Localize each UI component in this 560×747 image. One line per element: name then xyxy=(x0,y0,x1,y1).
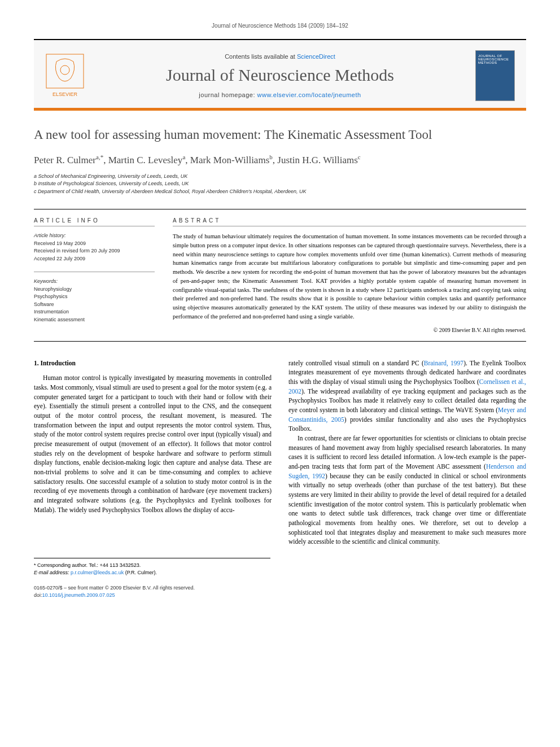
article-title: A new tool for assessing human movement:… xyxy=(34,128,526,142)
author: Justin H.G. Williamsc xyxy=(277,155,360,165)
affiliation: a School of Mechanical Engineering, Univ… xyxy=(34,173,526,181)
history-item: Received in revised form 20 July 2009 xyxy=(34,247,155,255)
affiliation: c Department of Child Health, University… xyxy=(34,188,526,196)
article-info-heading: ARTICLE INFO xyxy=(34,217,155,226)
body-paragraph: In contrast, there are far fewer opportu… xyxy=(288,434,526,547)
keyword: Kinematic assessment xyxy=(34,316,155,324)
svg-rect-0 xyxy=(46,54,84,88)
homepage-link[interactable]: www.elsevier.com/locate/jneumeth xyxy=(257,91,361,98)
journal-title: Journal of Neuroscience Methods xyxy=(96,65,464,85)
affiliation: b Institute of Psychological Sciences, U… xyxy=(34,180,526,188)
abstract-copyright: © 2009 Elsevier B.V. All rights reserved… xyxy=(173,327,526,333)
history-label: Article history: xyxy=(34,232,155,240)
elsevier-logo-icon: ELSEVIER xyxy=(45,53,85,98)
body-paragraph: rately controlled visual stimuli on a st… xyxy=(288,359,526,434)
body-column-left: 1. Introduction Human motor control is t… xyxy=(34,359,272,547)
history-item: Accepted 22 July 2009 xyxy=(34,255,155,263)
body-column-right: rately controlled visual stimuli on a st… xyxy=(288,359,526,547)
article-body: 1. Introduction Human motor control is t… xyxy=(34,359,526,547)
author: Martin C. Levesleya xyxy=(108,155,186,165)
author-list: Peter R. Culmera,*, Martin C. Levesleya,… xyxy=(34,154,526,166)
citation-link[interactable]: Brainard, 1997 xyxy=(424,360,463,366)
email-link[interactable]: p.r.culmer@leeds.ac.uk xyxy=(71,570,124,575)
footnotes: * Corresponding author. Tel.: +44 113 34… xyxy=(34,558,270,576)
article-info: ARTICLE INFO Article history: Received 1… xyxy=(34,209,164,341)
history-item: Received 19 May 2009 xyxy=(34,240,155,248)
abstract: ABSTRACT The study of human behaviour ul… xyxy=(164,209,526,341)
contents-available: Contents lists available at ScienceDirec… xyxy=(96,53,464,60)
body-paragraph: Human motor control is typically investi… xyxy=(34,373,272,514)
keyword: Neurophysiology xyxy=(34,286,155,294)
abstract-text: The study of human behaviour ultimately … xyxy=(173,232,526,321)
doi-link[interactable]: 10.1016/j.jneumeth.2009.07.025 xyxy=(42,592,115,598)
keyword: Instrumentation xyxy=(34,308,155,316)
keyword: Psychophysics xyxy=(34,293,155,301)
corresponding-author: * Corresponding author. Tel.: +44 113 34… xyxy=(34,562,270,569)
author: Peter R. Culmera,* xyxy=(34,155,103,165)
svg-text:ELSEVIER: ELSEVIER xyxy=(53,91,78,97)
sciencedirect-link[interactable]: ScienceDirect xyxy=(297,53,335,60)
running-header: Journal of Neuroscience Methods 184 (200… xyxy=(34,23,526,29)
author: Mark Mon-Williamsb xyxy=(190,155,273,165)
keywords-label: Keywords: xyxy=(34,278,155,286)
svg-point-1 xyxy=(60,65,69,75)
journal-cover-thumbnail: JOURNAL OF NEUROSCIENCE METHODS xyxy=(475,50,515,101)
affiliations: a School of Mechanical Engineering, Univ… xyxy=(34,173,526,196)
doi-line: doi:10.1016/j.jneumeth.2009.07.025 xyxy=(34,592,526,599)
keyword: Software xyxy=(34,301,155,309)
journal-header: ELSEVIER Contents lists available at Sci… xyxy=(34,39,526,111)
journal-homepage: journal homepage: www.elsevier.com/locat… xyxy=(96,91,464,98)
footer-meta: 0165-0270/$ – see front matter © 2009 El… xyxy=(34,584,526,599)
abstract-heading: ABSTRACT xyxy=(173,217,526,226)
front-matter-line: 0165-0270/$ – see front matter © 2009 El… xyxy=(34,584,526,592)
email-line: E-mail address: p.r.culmer@leeds.ac.uk (… xyxy=(34,569,270,576)
section-heading: 1. Introduction xyxy=(34,359,272,368)
